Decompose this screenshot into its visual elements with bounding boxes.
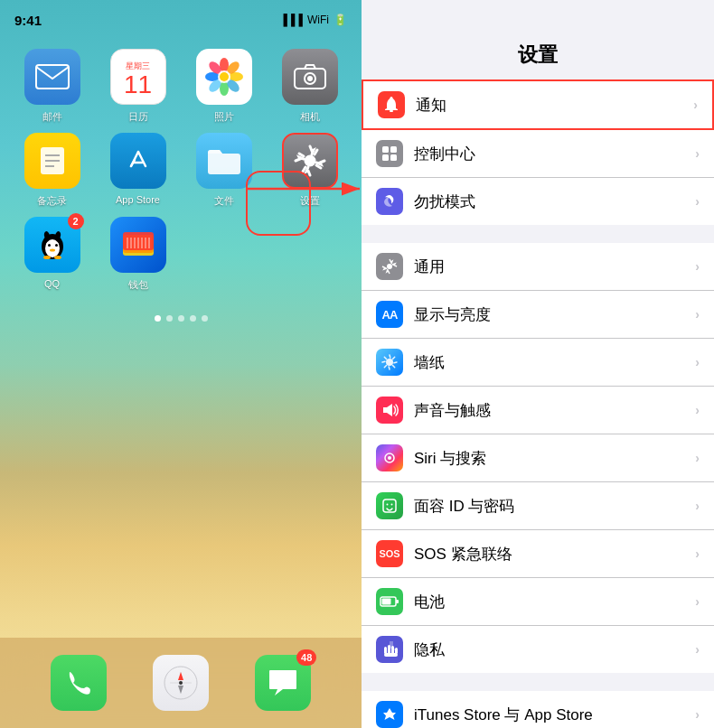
settings-row-sound[interactable]: 声音与触感 ›: [362, 387, 714, 434]
settings-group-2: 通用 › AA 显示与亮度 › 墙纸 ›: [362, 243, 714, 673]
wifi-icon: WiFi: [307, 14, 329, 26]
svg-rect-54: [390, 146, 397, 153]
control-center-chevron: ›: [695, 146, 700, 161]
phone-icon: [51, 655, 107, 711]
app-settings[interactable]: 设置: [276, 133, 343, 208]
svg-rect-0: [36, 65, 69, 89]
display-chevron: ›: [695, 307, 700, 322]
svg-point-27: [55, 244, 58, 247]
svg-rect-55: [382, 154, 389, 161]
general-icon: [376, 253, 403, 280]
dock-phone[interactable]: [51, 655, 107, 711]
settings-row-general[interactable]: 通用 ›: [362, 243, 714, 291]
settings-row-control-center[interactable]: 控制中心 ›: [362, 130, 714, 178]
sos-icon: SOS: [376, 540, 403, 567]
dot-4: [190, 315, 196, 322]
settings-row-notification[interactable]: 通知 ›: [362, 79, 714, 130]
settings-content: 通知 › 控制中心 ›: [362, 79, 714, 728]
dnd-chevron: ›: [695, 194, 700, 209]
control-center-label: 控制中心: [414, 144, 695, 164]
app-notes[interactable]: 备忘录: [18, 133, 86, 208]
settings-row-itunes[interactable]: iTunes Store 与 App Store ›: [362, 691, 714, 728]
svg-point-14: [307, 76, 313, 81]
appstore-icon: [110, 133, 166, 189]
svg-point-28: [50, 249, 55, 252]
app-grid-row3: 2: [0, 208, 362, 301]
app-photos[interactable]: 照片: [190, 49, 258, 124]
display-label: 显示与亮度: [414, 304, 695, 325]
itunes-chevron: ›: [695, 707, 700, 722]
svg-rect-69: [388, 645, 390, 654]
wallpaper-icon: [376, 349, 403, 376]
qq-icon: 2: [24, 217, 80, 273]
settings-row-privacy[interactable]: 隐私 ›: [362, 626, 714, 673]
wallpaper-chevron: ›: [695, 355, 700, 369]
app-files[interactable]: 文件: [190, 133, 258, 208]
files-icon: [196, 133, 252, 189]
dock-safari[interactable]: [153, 655, 209, 711]
app-qq[interactable]: 2: [18, 217, 86, 292]
svg-point-11: [220, 72, 229, 81]
iphone-screen: 9:41 ▐▐▐ WiFi 🔋 邮件 星期三 11 日历: [0, 0, 362, 728]
app-wallet[interactable]: 钱包: [104, 217, 172, 292]
settings-icon: [282, 133, 338, 189]
camera-icon: [282, 49, 338, 105]
svg-rect-67: [396, 600, 399, 603]
faceid-label: 面容 ID 与密码: [414, 496, 695, 517]
svg-point-31: [43, 256, 51, 259]
app-appstore[interactable]: App Store: [104, 133, 172, 208]
dot-3: [178, 315, 184, 322]
status-time: 9:41: [14, 13, 42, 28]
qq-badge: 2: [68, 213, 84, 229]
app-grid-row1: 邮件 星期三 11 日历: [0, 40, 362, 133]
settings-row-dnd[interactable]: 勿扰模式 ›: [362, 178, 714, 225]
faceid-icon: [376, 492, 403, 519]
sos-chevron: ›: [695, 546, 700, 561]
app-calendar[interactable]: 星期三 11 日历: [104, 49, 172, 124]
privacy-icon: [376, 636, 403, 663]
notes-icon: [24, 133, 80, 189]
svg-marker-47: [178, 686, 183, 694]
mail-label: 邮件: [42, 110, 62, 124]
notes-label: 备忘录: [37, 194, 67, 208]
svg-point-32: [54, 256, 61, 259]
svg-rect-72: [384, 653, 398, 657]
files-label: 文件: [214, 194, 234, 208]
privacy-label: 隐私: [414, 639, 695, 660]
svg-rect-71: [395, 648, 398, 654]
sound-icon: [376, 397, 403, 424]
siri-icon: [376, 444, 403, 471]
dnd-label: 勿扰模式: [414, 191, 695, 212]
battery-chevron: ›: [695, 594, 700, 609]
svg-rect-70: [391, 646, 394, 654]
settings-row-sos[interactable]: SOS SOS 紧急联络 ›: [362, 530, 714, 578]
settings-row-wallpaper[interactable]: 墙纸 ›: [362, 339, 714, 387]
dock: 48: [0, 638, 362, 728]
svg-marker-46: [178, 672, 183, 680]
svg-rect-56: [390, 154, 397, 161]
battery-icon: 🔋: [334, 14, 347, 26]
notification-chevron: ›: [693, 98, 698, 112]
svg-point-63: [387, 504, 389, 506]
app-grid-row2: 备忘录 App Store 文件: [0, 124, 362, 217]
calendar-day: 11: [124, 72, 152, 98]
signal-icon: ▐▐▐: [279, 14, 303, 26]
control-center-icon: [376, 140, 403, 167]
app-camera[interactable]: 相机: [276, 49, 343, 124]
itunes-label: iTunes Store 与 App Store: [414, 705, 695, 725]
app-mail[interactable]: 邮件: [18, 49, 86, 124]
settings-row-battery[interactable]: 电池 ›: [362, 578, 714, 626]
svg-rect-68: [384, 647, 387, 654]
camera-label: 相机: [300, 110, 320, 124]
battery-icon: [376, 588, 403, 615]
dot-5: [202, 315, 208, 322]
settings-group-3: iTunes Store 与 App Store › 钱包与 Apple Pay…: [362, 691, 714, 728]
settings-row-siri[interactable]: Siri 与搜索 ›: [362, 434, 714, 482]
calendar-icon: 星期三 11: [110, 49, 166, 105]
settings-row-faceid[interactable]: 面容 ID 与密码 ›: [362, 482, 714, 530]
settings-row-display[interactable]: AA 显示与亮度 ›: [362, 291, 714, 339]
svg-point-23: [45, 239, 60, 257]
battery-label: 电池: [414, 592, 695, 612]
mail-icon: [24, 49, 80, 105]
dock-messages[interactable]: 48: [255, 655, 311, 711]
